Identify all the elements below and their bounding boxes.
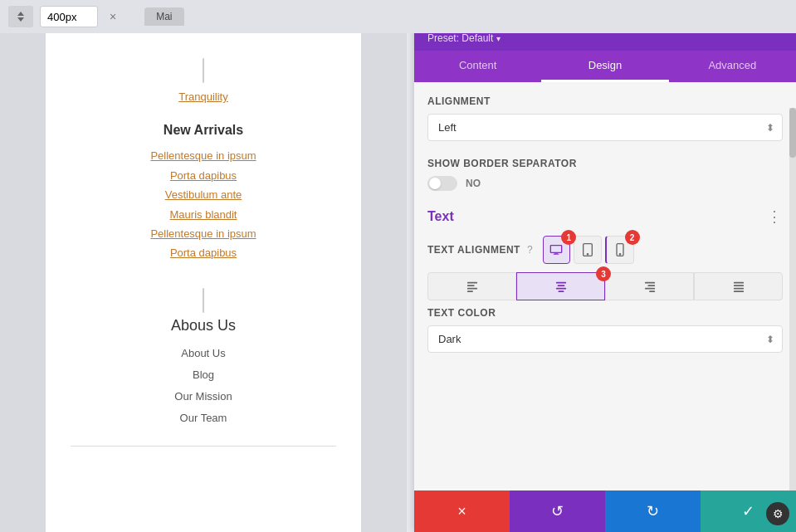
accessibility-icon[interactable]: ⚙ <box>766 502 789 525</box>
canvas-area: Tranquility New Arrivals Pellentesque in… <box>0 33 407 532</box>
toggle-no-label: NO <box>466 178 481 189</box>
border-separator-label: Show Border Separator <box>427 158 783 169</box>
divider-middle <box>71 280 336 317</box>
svg-rect-8 <box>466 285 474 286</box>
panel-preset[interactable]: Preset: Default <box>427 32 783 44</box>
svg-rect-20 <box>733 285 743 286</box>
svg-rect-19 <box>733 282 743 284</box>
align-btn-right[interactable] <box>605 272 694 300</box>
our-team-link[interactable]: Our Team <box>71 408 336 429</box>
svg-rect-22 <box>733 290 743 292</box>
border-separator-section: Show Border Separator NO <box>427 158 783 191</box>
redo-icon: ↻ <box>647 502 659 520</box>
tranquility-section: Tranquility <box>71 87 336 106</box>
cancel-button[interactable]: × <box>414 491 510 532</box>
blog-link[interactable]: Blog <box>71 364 336 386</box>
svg-point-6 <box>619 254 620 255</box>
bottom-divider <box>71 446 336 447</box>
new-arrivals-section: New Arrivals Pellentesque in ipsum Porta… <box>71 123 336 262</box>
alignment-section: Alignment Left Center Right ⬍ <box>427 95 783 141</box>
tab-advanced[interactable]: Advanced <box>669 51 796 82</box>
svg-rect-10 <box>466 290 472 292</box>
align-btn-center[interactable]: 3 <box>516 272 605 300</box>
confirm-icon: ✓ <box>742 502 754 520</box>
text-alignment-label: Text Alignment <box>427 244 520 256</box>
text-color-label: Text Color <box>427 307 783 319</box>
tab-design[interactable]: Design <box>541 51 668 82</box>
badge-2: 2 <box>625 230 640 245</box>
device-btn-tablet[interactable] <box>574 236 602 264</box>
scroll-thumb <box>789 108 796 158</box>
top-bar: × Mai <box>0 0 796 33</box>
panel-body: Alignment Left Center Right ⬍ Show Borde… <box>414 82 796 491</box>
svg-rect-14 <box>558 290 564 292</box>
svg-rect-7 <box>466 282 476 284</box>
svg-rect-11 <box>555 282 565 284</box>
na-link-0[interactable]: Pellentesque in ipsum <box>71 146 336 165</box>
undo-icon: ↺ <box>551 502 564 520</box>
about-us-link[interactable]: About Us <box>71 343 336 364</box>
alignment-label: Alignment <box>427 95 783 107</box>
abous-us-heading: Abous Us <box>71 317 336 334</box>
cancel-icon: × <box>457 503 466 520</box>
redo-button[interactable]: ↻ <box>605 491 701 532</box>
na-link-5[interactable]: Porta dapibus <box>71 243 336 262</box>
size-input[interactable] <box>40 6 98 27</box>
panel-actions: × ↺ ↻ ✓ <box>414 491 796 532</box>
text-color-select[interactable]: Dark Light Custom <box>427 325 783 353</box>
text-align-buttons-row: 3 <box>427 272 783 300</box>
canvas-inner: Tranquility New Arrivals Pellentesque in… <box>46 33 361 532</box>
align-btn-justify[interactable] <box>694 272 783 300</box>
svg-rect-12 <box>557 285 564 286</box>
svg-rect-2 <box>554 254 559 255</box>
text-alignment-help[interactable]: ? <box>527 244 533 256</box>
na-link-4[interactable]: Pellentesque in ipsum <box>71 224 336 243</box>
toggle-row: NO <box>427 176 783 191</box>
size-close[interactable]: × <box>105 8 121 25</box>
na-link-1[interactable]: Porta dapibus <box>71 166 336 185</box>
svg-point-4 <box>587 254 588 255</box>
tab-mai[interactable]: Mai <box>144 7 183 26</box>
align-btn-left[interactable] <box>427 272 516 300</box>
divider-top <box>71 50 336 87</box>
border-toggle[interactable] <box>427 176 457 191</box>
our-mission-link[interactable]: Our Mission <box>71 386 336 408</box>
na-link-3[interactable]: Mauris blandit <box>71 205 336 224</box>
device-btn-desktop[interactable]: 1 <box>543 236 571 264</box>
na-link-2[interactable]: Vestibulum ante <box>71 185 336 204</box>
text-section-header: Text ⋮ <box>427 207 783 226</box>
svg-rect-16 <box>647 285 655 286</box>
text-section-menu-icon[interactable]: ⋮ <box>767 207 783 226</box>
text-section-title: Text <box>427 209 454 224</box>
svg-rect-17 <box>644 288 654 290</box>
svg-rect-18 <box>649 290 655 292</box>
svg-rect-0 <box>551 246 562 253</box>
alignment-select[interactable]: Left Center Right <box>427 114 783 141</box>
svg-rect-9 <box>466 288 476 290</box>
sidebar-panel: Sidebar Settings ⊡ ⊞ ⋮ Preset: Default C… <box>414 0 796 532</box>
text-align-label-row: Text Alignment ? 1 2 <box>427 236 783 264</box>
badge-3: 3 <box>596 266 611 281</box>
undo-button[interactable]: ↺ <box>510 491 605 532</box>
text-color-select-wrapper: Dark Light Custom ⬍ <box>427 325 783 353</box>
scroll-indicator[interactable] <box>789 108 796 491</box>
text-section: Text ⋮ Text Alignment ? 1 <box>427 207 783 353</box>
abous-us-section: Abous Us About Us Blog Our Mission Our T… <box>71 317 336 429</box>
divider-handle-2 <box>203 288 204 313</box>
divider-handle <box>203 58 204 83</box>
alignment-select-wrapper: Left Center Right ⬍ <box>427 114 783 141</box>
tranquility-link[interactable]: Tranquility <box>71 87 336 106</box>
tab-content[interactable]: Content <box>414 51 541 82</box>
size-arrows[interactable] <box>8 6 33 27</box>
svg-rect-21 <box>733 288 743 290</box>
svg-rect-15 <box>644 282 654 284</box>
device-btn-mobile[interactable]: 2 <box>605 236 634 264</box>
new-arrivals-heading: New Arrivals <box>71 123 336 138</box>
svg-rect-1 <box>554 252 558 253</box>
svg-rect-13 <box>555 288 565 290</box>
panel-tabs: Content Design Advanced <box>414 51 796 82</box>
